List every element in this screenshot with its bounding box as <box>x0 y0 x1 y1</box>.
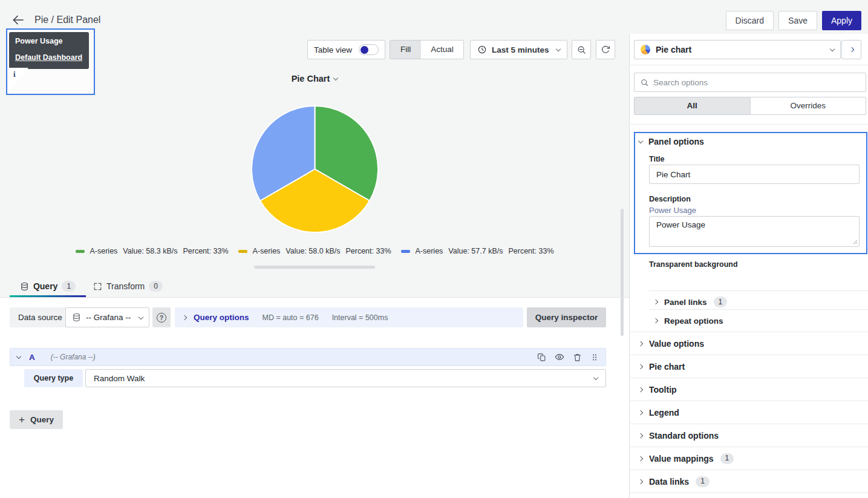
tab-transform-label: Transform <box>106 281 145 291</box>
database-icon <box>72 313 81 322</box>
datasource-select[interactable]: -- Grafana -- <box>65 307 149 327</box>
chevron-down-icon <box>830 47 835 51</box>
section-label: Repeat options <box>664 316 723 326</box>
chevron-right-icon <box>653 300 658 304</box>
query-ref-id: A <box>29 353 35 362</box>
chevron-right-icon <box>638 479 643 483</box>
section-label: Panel links <box>664 298 707 307</box>
hide-query-eye-icon[interactable] <box>555 352 564 362</box>
viz-panel-header[interactable]: Pie Chart <box>0 74 629 84</box>
legend-item[interactable]: A-series Value: 58.3 kB/s Percent: 33% <box>76 247 229 255</box>
horizontal-scrollbar[interactable] <box>254 266 375 269</box>
query-options-label: Query options <box>194 313 249 322</box>
legend-series-label: A-series <box>90 247 118 255</box>
sidebar-divider <box>629 124 868 125</box>
legend-item[interactable]: A-series Value: 57.7 kB/s Percent: 33% <box>401 247 554 255</box>
section-label: Legend <box>649 408 679 418</box>
pie-legend: A-series Value: 58.3 kB/s Percent: 33% A… <box>0 247 629 255</box>
legend-swatch <box>76 250 85 253</box>
textarea-resize-handle[interactable] <box>852 239 858 245</box>
table-view-label: Table view <box>314 45 352 54</box>
title-field-label: Title <box>649 155 664 163</box>
panel-options-header[interactable]: Panel options <box>639 137 704 146</box>
help-icon: ? <box>157 313 166 323</box>
plus-icon: + <box>19 414 25 426</box>
description-field-label: Description <box>649 195 691 203</box>
collapse-options-pane-button[interactable] <box>841 40 861 59</box>
section-value-mappings[interactable]: Value mappings 1 <box>629 447 868 470</box>
panel-description-tooltip: Power Usage Default Dashboard <box>9 32 89 69</box>
save-button[interactable]: Save <box>778 11 817 30</box>
add-query-button[interactable]: + Query <box>10 410 63 429</box>
section-data-links[interactable]: Data links 1 <box>629 470 868 493</box>
section-repeat-options[interactable]: Repeat options <box>654 314 723 327</box>
query-type-label: Query type <box>24 369 83 387</box>
zoom-out-icon <box>576 45 587 55</box>
section-legend[interactable]: Legend <box>629 401 868 424</box>
fill-button[interactable]: Fill <box>390 41 421 59</box>
delete-query-trash-icon[interactable] <box>573 353 582 362</box>
query-datasource-hint: (-- Grafana --) <box>51 353 96 361</box>
section-panel-links[interactable]: Panel links 1 <box>654 295 727 309</box>
query-inspector-button[interactable]: Query inspector <box>527 307 606 327</box>
legend-item[interactable]: A-series Value: 58.0 kB/s Percent: 33% <box>238 247 391 255</box>
chevron-down-icon <box>139 314 143 319</box>
apply-button[interactable]: Apply <box>822 11 861 30</box>
chevron-right-icon <box>638 410 643 414</box>
data-links-count-badge: 1 <box>696 476 710 487</box>
zoom-out-button[interactable] <box>572 40 591 59</box>
duplicate-query-icon[interactable] <box>537 353 546 362</box>
legend-swatch <box>238 250 247 253</box>
discard-button[interactable]: Discard <box>726 11 774 30</box>
tab-transform[interactable]: Transform 0 <box>91 275 165 297</box>
tab-query-label: Query <box>33 281 57 291</box>
query-count-badge: 1 <box>62 281 76 292</box>
vertical-scrollbar[interactable] <box>621 209 624 336</box>
section-label: Value options <box>649 339 704 349</box>
viz-picker-value: Pie chart <box>656 45 825 54</box>
query-row-header[interactable]: A (-- Grafana --) <box>10 348 606 366</box>
query-options-bar[interactable]: Query options MD = auto = 676 Interval =… <box>175 307 523 327</box>
back-button[interactable] <box>11 12 27 28</box>
viz-panel-title: Pie Chart <box>292 74 330 84</box>
time-range-picker[interactable]: Last 5 minutes <box>470 40 567 59</box>
legend-value: Value: 58.0 kB/s <box>286 247 340 255</box>
legend-value: Value: 57.7 kB/s <box>448 247 503 255</box>
legend-swatch <box>401 250 410 253</box>
section-value-options[interactable]: Value options <box>629 332 868 355</box>
query-section-background <box>0 298 629 498</box>
add-query-label: Query <box>30 415 54 424</box>
panel-description-textarea[interactable]: Power Usage <box>649 216 860 247</box>
tab-overrides[interactable]: Overrides <box>750 97 866 114</box>
panel-title-input[interactable] <box>649 165 860 184</box>
pie-chart[interactable] <box>249 103 381 235</box>
time-range-label: Last 5 minutes <box>492 45 549 54</box>
panel-links-count-badge: 1 <box>714 297 728 307</box>
section-pie-chart[interactable]: Pie chart <box>629 355 868 378</box>
sidebar-divider <box>629 65 868 65</box>
legend-percent: Percent: 33% <box>508 247 553 255</box>
drag-handle-icon[interactable] <box>590 353 599 362</box>
viz-picker-select[interactable]: Pie chart <box>634 40 841 59</box>
query-type-select[interactable]: Random Walk <box>85 369 606 387</box>
table-view-toggle[interactable] <box>359 44 379 55</box>
tab-query[interactable]: Query 1 <box>10 275 86 297</box>
search-options-input[interactable] <box>653 78 860 87</box>
section-standard-options[interactable]: Standard options <box>629 424 868 447</box>
panel-options-title: Panel options <box>648 137 704 146</box>
chevron-right-icon <box>182 315 187 319</box>
legend-series-label: A-series <box>416 247 443 255</box>
datasource-help-button[interactable]: ? <box>152 307 171 327</box>
section-label: Standard options <box>649 431 719 441</box>
actual-button[interactable]: Actual <box>421 41 463 59</box>
refresh-icon <box>601 45 610 54</box>
dashboard-link[interactable]: Default Dashboard <box>15 53 83 62</box>
options-sections-list: Value options Pie chart Tooltip Legend S… <box>629 332 868 493</box>
refresh-button[interactable] <box>596 40 615 59</box>
chevron-down-icon <box>638 139 643 143</box>
chevron-right-icon <box>849 47 853 52</box>
section-tooltip[interactable]: Tooltip <box>629 378 868 401</box>
value-mappings-count-badge: 1 <box>720 453 734 464</box>
tab-all[interactable]: All <box>635 97 750 114</box>
transform-count-badge: 0 <box>149 281 163 292</box>
